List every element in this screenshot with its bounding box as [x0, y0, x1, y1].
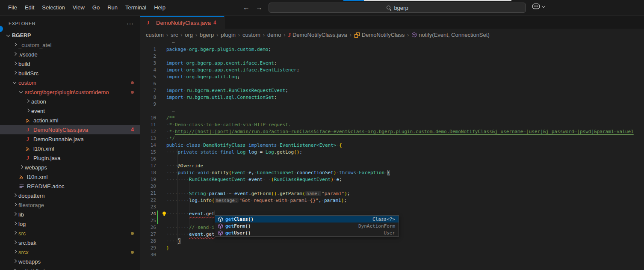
code-line-16[interactable]: 16 — [140, 156, 644, 163]
tree-item--custom-atel[interactable]: _custom_atel — [0, 40, 140, 50]
code-line-6[interactable]: 6 — [140, 80, 644, 87]
tree-item-build[interactable]: build — [0, 59, 140, 68]
code-line-17[interactable]: 17····@Override — [140, 163, 644, 169]
line-number: 13 — [140, 135, 156, 142]
tree-item-demonotifyclass-java[interactable]: JDemoNotifyClass.java4 — [0, 125, 140, 134]
breadcrumb-symbol[interactable]: notify(Event, ConnectionSet) — [411, 32, 489, 38]
menu-go[interactable]: Go — [89, 3, 103, 12]
breadcrumb-item-custom[interactable]: custom — [242, 32, 260, 38]
menu-file[interactable]: File — [4, 3, 21, 12]
code-line-13[interactable]: 13·*/ — [140, 135, 644, 142]
java-file-icon: J — [145, 19, 151, 26]
breadcrumb-separator-icon: › — [262, 32, 266, 38]
code-line-2[interactable]: 2 — [140, 53, 644, 60]
tree-item--gitattributes[interactable]: .gitattributes — [0, 266, 140, 270]
tree-item-demorunnable-java[interactable]: JDemoRunnable.java — [0, 134, 140, 144]
tree-item-log[interactable]: log — [0, 219, 140, 228]
tree-item-lib[interactable]: lib — [0, 210, 140, 219]
code-line-4[interactable]: 4import·org.bgerp.app.event.iface.EventL… — [140, 67, 644, 74]
suggestion-getclass-[interactable]: getClass()Class<?> — [215, 216, 399, 223]
tree-item-readme-adoc[interactable]: README.adoc — [0, 181, 140, 191]
forward-icon[interactable]: → — [256, 4, 263, 12]
code-line-19[interactable]: 19········RunClassRequestEvent·event·=·(… — [140, 176, 644, 183]
tree-item-src-org-bgerp-plugin-custom-demo[interactable]: src\org\bgerp\plugin\custom\demo — [0, 87, 140, 97]
code-line-14[interactable]: 14public·class·DemoNotifyClass·implement… — [140, 142, 644, 149]
tree-item-buildsrc[interactable]: buildSrc — [0, 68, 140, 78]
code-line-7[interactable]: 7import·ru.bgcrm.event.RunClassRequestEv… — [140, 87, 644, 94]
java-icon: J — [288, 32, 291, 39]
code-text: ········log.info(message:"Got·request·wi… — [166, 197, 347, 204]
code-line-22[interactable]: 22········log.info(message:"Got·request·… — [140, 197, 644, 204]
tab-demonotifyclass[interactable]: J DemoNotifyClass.java 4 — [140, 16, 225, 29]
tree-item-docpattern[interactable]: docpattern — [0, 191, 140, 200]
breadcrumb-symbol[interactable]: DemoNotifyClass — [354, 32, 405, 38]
code-text: ········//·send·i — [166, 224, 215, 231]
breadcrumb-item-bgerp[interactable]: bgerp — [200, 32, 214, 38]
menu-help[interactable]: Help — [150, 3, 169, 12]
tree-item--vscode[interactable]: .vscode — [0, 50, 140, 59]
code-line-ellipsis[interactable]: ⋯ — [140, 41, 644, 46]
code-line-23[interactable]: 23 — [140, 204, 644, 211]
breadcrumb-item-org[interactable]: org — [185, 32, 193, 38]
tree-item-plugin-java[interactable]: JPlugin.java — [0, 153, 140, 163]
menu-terminal[interactable]: Terminal — [121, 3, 150, 12]
copilot-menu[interactable] — [532, 3, 545, 10]
menu-run[interactable]: Run — [103, 3, 121, 12]
code-line-3[interactable]: 3import·org.bgerp.app.event.iface.Event; — [140, 60, 644, 67]
code-line-8[interactable]: 8import·ru.bgcrm.util.sql.ConnectionSet; — [140, 94, 644, 101]
breadcrumb-item-custom[interactable]: custom — [146, 32, 164, 38]
code-line-29[interactable]: 29} — [140, 245, 644, 252]
tree-item-srcx[interactable]: srcx — [0, 247, 140, 257]
suggestion-label: getUser() — [225, 230, 251, 236]
tree-item-event[interactable]: event — [0, 106, 140, 116]
command-center-search[interactable]: bgerp — [269, 3, 526, 13]
menu-view[interactable]: View — [69, 3, 89, 12]
tree-item-webapps[interactable]: webapps — [0, 163, 140, 172]
code-line-15[interactable]: 15····private·static·final·Log·log·=·Log… — [140, 149, 644, 156]
tree-item-l10n-xml[interactable]: l10n.xml — [0, 144, 140, 153]
code-line-9[interactable]: 9 — [140, 101, 644, 108]
tab-error-count: 4 — [213, 20, 216, 26]
views-more-actions-icon[interactable]: ··· — [127, 20, 134, 27]
tree-item-src-bak[interactable]: src.bak — [0, 238, 140, 247]
breadcrumb-item-src[interactable]: src — [171, 32, 178, 38]
tree-item-label: BGERP — [12, 33, 31, 39]
code-text: /** — [166, 115, 175, 122]
code-line-30[interactable]: 30 — [140, 252, 644, 258]
menu-edit[interactable]: Edit — [21, 3, 38, 12]
code-line-12[interactable]: 12·*·http://[host]:[port]/admin/run.do?a… — [140, 128, 644, 135]
tree-item-action[interactable]: action — [0, 97, 140, 106]
tree-item-src[interactable]: src — [0, 228, 140, 238]
suggestion-getuser-[interactable]: getUser()User — [215, 229, 399, 236]
suggestion-detail: User — [384, 230, 396, 236]
code-text: } — [166, 245, 169, 252]
code-line-ellipsis[interactable]: ⋯ — [140, 108, 644, 115]
code-line-10[interactable]: 10/** — [140, 115, 644, 122]
back-icon[interactable]: ← — [243, 4, 250, 12]
breadcrumb-item-demo[interactable]: demo — [267, 32, 281, 38]
chevron-down-icon — [18, 89, 25, 95]
tree-item-filestorage[interactable]: filestorage — [0, 200, 140, 210]
tree-item-custom[interactable]: custom — [0, 78, 140, 87]
line-number: 16 — [140, 156, 156, 163]
readme-icon — [18, 183, 25, 190]
code-line-18[interactable]: 18····public·void·notify(Event·e,·Connec… — [140, 169, 644, 176]
tree-item-bgerp[interactable]: BGERP — [0, 31, 140, 40]
tree-item-webapps[interactable]: webapps — [0, 257, 140, 266]
class-icon — [354, 32, 360, 38]
suggestion-getform-[interactable]: getForm()DynActionForm — [215, 223, 399, 229]
tree-item-label: custom — [18, 80, 36, 86]
menu-selection[interactable]: Selection — [38, 3, 68, 12]
code-line-21[interactable]: 21········String·param1·=·event.getForm(… — [140, 190, 644, 197]
tree-item-l10n-xml[interactable]: l10n.xml — [0, 172, 140, 181]
line-number: 18 — [140, 169, 156, 176]
code-line-5[interactable]: 5import·org.bgerp.util.Log; — [140, 74, 644, 80]
code-line-20[interactable]: 20 — [140, 183, 644, 190]
breadcrumb-symbol[interactable]: JDemoNotifyClass.java — [288, 32, 347, 39]
code-line-28[interactable]: 28····} — [140, 238, 644, 245]
tree-item-action-xml[interactable]: action.xml — [0, 116, 140, 125]
code-line-1[interactable]: 1package·org.bgerp.plugin.custom.demo; — [140, 46, 644, 53]
code-line-11[interactable]: 11·*·Demo·class·to·be·called·via·HTTP·re… — [140, 122, 644, 128]
breadcrumb-item-plugin[interactable]: plugin — [221, 32, 236, 38]
lightbulb-icon[interactable] — [161, 211, 167, 217]
